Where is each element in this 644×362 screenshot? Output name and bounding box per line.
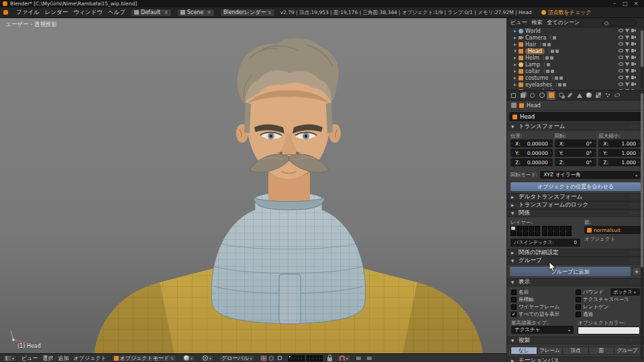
menu-window[interactable]: ウィンドウ [73, 9, 103, 17]
tab-texture[interactable] [594, 91, 602, 100]
menu-file[interactable]: ファイル [16, 9, 40, 17]
3d-viewport[interactable]: ユーザー・透視投影 [0, 18, 506, 353]
visibility-icon[interactable] [619, 76, 623, 79]
selectability-icon[interactable] [625, 42, 629, 46]
selectability-icon[interactable] [625, 82, 629, 86]
snap-selector[interactable]: ▾ [337, 355, 351, 362]
new-group-button[interactable]: + [632, 267, 641, 276]
visibility-icon[interactable] [619, 42, 623, 46]
renderability-icon[interactable] [631, 69, 636, 72]
tab-render-layers[interactable] [519, 91, 527, 100]
maximize-button[interactable]: □ [620, 0, 631, 7]
visibility-icon[interactable] [619, 69, 623, 72]
tab-modifiers[interactable] [566, 91, 574, 100]
render-animation-button[interactable] [366, 356, 372, 361]
blender-menu-icon[interactable] [3, 10, 8, 15]
display-section-header[interactable]: ▼ 表示 ···· [507, 278, 644, 286]
screen-layout-clear-icon[interactable]: × [164, 9, 168, 15]
viewport-shading-selector[interactable]: ▾ [181, 355, 195, 362]
minimize-button[interactable]: – [609, 0, 620, 7]
renderability-icon[interactable] [631, 36, 636, 39]
scale-manipulator-button[interactable] [276, 355, 284, 362]
screen-layout-selector[interactable]: Default × [131, 9, 172, 17]
object-color-swatch[interactable] [578, 326, 640, 335]
properties-scrollbar[interactable] [641, 92, 643, 360]
menu-render[interactable]: レンダー [45, 9, 68, 17]
xray-checkbox[interactable] [576, 304, 581, 310]
footer-menu-view[interactable]: ビュー [21, 355, 38, 362]
viewport-layers-widget[interactable] [288, 355, 323, 361]
scale-z-field[interactable]: Z:1.000 [598, 158, 641, 166]
expand-icon[interactable]: ▶ [514, 62, 519, 66]
bounds-checkbox[interactable] [576, 290, 581, 295]
dup-none-button[interactable]: なし [511, 347, 537, 355]
dup-group-button[interactable]: グループ [614, 347, 641, 355]
expand-icon[interactable]: ▶ [514, 29, 519, 33]
axis-checkbox[interactable] [511, 297, 517, 302]
tab-object-data[interactable] [575, 91, 584, 100]
texture-space-checkbox[interactable] [576, 297, 581, 302]
name-checkbox[interactable] [511, 290, 517, 295]
transparency-checkbox[interactable] [576, 312, 581, 317]
motion-paths-section-header[interactable]: ▶ モーションパス ···· [507, 357, 644, 362]
outliner-menu-search[interactable]: 検索 [531, 19, 542, 26]
renderability-icon[interactable] [631, 76, 636, 79]
mode-selector[interactable]: オブジェクトモード ⇅ [111, 355, 177, 362]
outliner-row-collar[interactable]: ▶ collar | [507, 68, 644, 74]
renderability-icon[interactable] [631, 82, 636, 86]
3d-viewport-scene[interactable] [0, 18, 506, 353]
parent-field[interactable]: normalsuit [584, 226, 641, 234]
layers-widget[interactable] [511, 226, 580, 236]
visibility-icon[interactable] [619, 82, 623, 86]
scene-selector[interactable]: Scene × [177, 9, 215, 17]
draw-type-dropdown[interactable]: テクスチャ ▾ [511, 326, 574, 334]
pivot-selector[interactable]: ▾ [200, 355, 214, 362]
translate-manipulator-button[interactable] [260, 355, 268, 362]
expand-icon[interactable]: ▶ [514, 76, 519, 80]
selectability-icon[interactable] [625, 29, 629, 33]
transform-section-header[interactable]: ▼ トランスフォーム ···· [507, 123, 644, 131]
tab-scene[interactable] [528, 91, 537, 100]
outliner-menu-view[interactable]: ビュー [511, 19, 527, 26]
orientation-selector[interactable]: グローバル ▾ [219, 355, 255, 362]
tab-material[interactable] [584, 91, 593, 100]
footer-menu-select[interactable]: 選択 [42, 355, 53, 362]
expand-icon[interactable]: ▼ [514, 49, 519, 53]
scene-clear-icon[interactable]: × [207, 9, 211, 15]
delta-transform-section-header[interactable]: ▶ デルタトランスフォーム ···· [507, 193, 644, 201]
renderability-icon[interactable] [631, 49, 636, 52]
selectability-icon[interactable] [625, 36, 629, 40]
rotate-manipulator-button[interactable] [268, 355, 276, 362]
expand-icon[interactable]: ▶ [514, 69, 519, 73]
tab-particles[interactable] [603, 91, 612, 100]
location-x-field[interactable]: X:0.00000 [511, 139, 553, 147]
visibility-icon[interactable] [619, 56, 623, 59]
rotation-y-field[interactable]: Y:0° [555, 149, 597, 157]
outliner-row-camera[interactable]: ▶ Camera | [507, 34, 644, 41]
tab-constraints[interactable] [556, 91, 565, 100]
rotation-x-field[interactable]: X:0° [555, 139, 597, 147]
footer-menu-add[interactable]: 追加 [58, 355, 68, 362]
relations-extras-section-header[interactable]: ▶ 関係の詳細設定 ···· [507, 249, 644, 257]
outliner-row-lamp[interactable]: ▶ Lamp | [507, 61, 644, 68]
outliner-row-costume[interactable]: ▶ costume | [507, 74, 644, 81]
location-z-field[interactable]: Z:0.00000 [511, 158, 553, 166]
footer-menu-object[interactable]: オブジェクト [73, 355, 106, 362]
renderability-icon[interactable] [631, 42, 636, 46]
visibility-icon[interactable] [619, 49, 623, 52]
renderability-icon[interactable] [631, 56, 636, 59]
rotation-mode-dropdown[interactable]: XYZ オイラー角 ▾ [540, 171, 641, 179]
selectability-icon[interactable] [625, 76, 629, 80]
bounds-type-dropdown[interactable]: ボックス▾ [610, 288, 640, 296]
expand-icon[interactable]: ▶ [514, 42, 519, 46]
outliner-display-mode[interactable]: 全てのシーン [547, 19, 580, 26]
tab-world[interactable] [537, 91, 546, 100]
visibility-icon[interactable] [619, 29, 623, 32]
relations-section-header[interactable]: ▼ 関係 ···· [507, 209, 644, 217]
outliner-row-head[interactable]: ▼ Head | [507, 48, 644, 54]
outliner-row-eyelashes[interactable]: ▶ eyelashes | [507, 81, 644, 88]
outliner-row-helm[interactable]: ▶ Helm | [507, 54, 644, 61]
outliner-search-input[interactable] [602, 19, 637, 26]
tab-object[interactable] [547, 91, 555, 100]
lock-icon[interactable] [327, 357, 332, 361]
